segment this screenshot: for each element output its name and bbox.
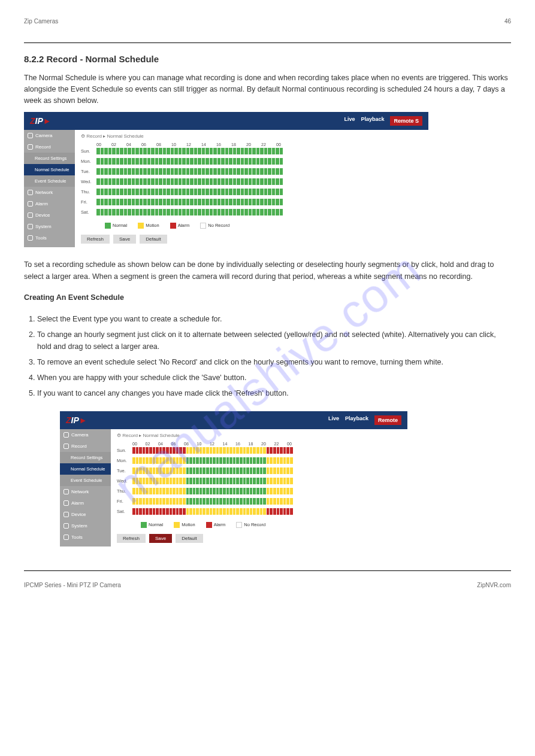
record-icon	[28, 144, 33, 150]
sidebar-item-device[interactable]: Device	[60, 509, 111, 520]
day-row-Sat: Sat.	[117, 508, 401, 515]
legend-norecord-2[interactable]: No Record	[244, 522, 265, 527]
page: Zip Cameras 46 8.2.2 Record - Normal Sch…	[0, 0, 535, 608]
sidebar-item-record[interactable]: Record	[24, 141, 75, 153]
day-row-Mon: Mon.	[117, 457, 401, 464]
schedule-grid-2[interactable]: 00020406081012141618202200 Sun.Mon.Tue.W…	[117, 442, 401, 518]
screenshot-1: ZIP► Live Playback Remote S CameraRecord…	[24, 112, 428, 247]
nav-playback-2[interactable]: Playback	[345, 415, 368, 425]
system-icon	[28, 224, 33, 229]
nav-live[interactable]: Live	[344, 116, 355, 126]
sidebar-item-normal-schedule[interactable]: Normal Schedule	[60, 463, 111, 475]
legend-motion-2[interactable]: Motion	[182, 522, 195, 527]
default-button[interactable]: Default	[140, 235, 167, 244]
swatch-motion-2	[174, 522, 180, 528]
tools-icon	[64, 535, 69, 540]
breadcrumb-2: ⚙ Record ▸ Normal Schedule	[117, 433, 401, 438]
legend: Normal Motion Alarm No Record	[105, 223, 422, 229]
sidebar-2: CameraRecordRecord SettingsNormal Schedu…	[60, 429, 111, 546]
save-button[interactable]: Save	[113, 235, 136, 244]
day-row-Thu: Thu.	[81, 189, 422, 195]
section-title: 8.2.2 Record - Normal Schedule	[24, 54, 511, 64]
sidebar-item-device[interactable]: Device	[24, 210, 75, 221]
legend-alarm-2[interactable]: Alarm	[214, 522, 226, 527]
day-row-Mon: Mon.	[81, 158, 422, 165]
network-icon	[64, 489, 69, 494]
camera-icon	[28, 133, 33, 138]
step-item: To remove an event schedule select 'No R…	[37, 356, 511, 368]
refresh-button-2[interactable]: Refresh	[117, 534, 146, 543]
sidebar-item-camera[interactable]: Camera	[24, 130, 75, 141]
refresh-button[interactable]: Refresh	[81, 235, 110, 244]
top-nav: Live Playback Remote S	[344, 116, 422, 126]
day-row-Tue: Tue.	[81, 168, 422, 175]
system-icon	[64, 523, 69, 529]
step-item: When you are happy with your schedule cl…	[37, 372, 511, 384]
legend-norecord[interactable]: No Record	[208, 223, 229, 228]
sidebar: CameraRecordRecord SettingsNormal Schedu…	[24, 130, 75, 247]
sidebar-item-record-settings[interactable]: Record Settings	[60, 452, 111, 463]
nav-remote[interactable]: Remote S	[390, 116, 422, 126]
footer-rule	[24, 570, 511, 571]
alarm-icon	[64, 500, 69, 506]
save-button-2[interactable]: Save	[149, 534, 172, 543]
sidebar-item-network[interactable]: Network	[60, 486, 111, 497]
header-right: 46	[504, 18, 511, 25]
camera-icon	[64, 432, 69, 438]
network-icon	[28, 190, 33, 195]
button-row-2: Refresh Save Default	[117, 534, 401, 543]
logo-2: ZIP►	[66, 415, 87, 425]
hour-labels-2: 00020406081012141618202200	[132, 442, 401, 446]
header-left: Zip Cameras	[24, 18, 58, 25]
alarm-icon	[28, 201, 33, 207]
sidebar-item-record-settings[interactable]: Record Settings	[24, 153, 75, 164]
sidebar-item-event-schedule[interactable]: Event Schedule	[24, 175, 75, 187]
swatch-normal	[105, 223, 111, 229]
swatch-alarm-2	[206, 522, 212, 528]
header-rule	[24, 42, 511, 43]
sidebar-item-tools[interactable]: Tools	[60, 532, 111, 543]
day-row-Sat: Sat.	[81, 209, 422, 215]
legend-normal[interactable]: Normal	[113, 223, 127, 228]
day-row-Thu: Thu.	[117, 488, 401, 494]
day-row-Wed: Wed.	[81, 178, 422, 185]
day-row-Fri: Fri.	[81, 199, 422, 205]
sidebar-item-system[interactable]: System	[24, 221, 75, 232]
swatch-motion	[138, 223, 144, 229]
nav-playback[interactable]: Playback	[361, 116, 384, 126]
sidebar-item-event-schedule[interactable]: Event Schedule	[60, 475, 111, 486]
sidebar-item-camera[interactable]: Camera	[60, 429, 111, 441]
day-row-Wed: Wed.	[117, 478, 401, 484]
legend-motion[interactable]: Motion	[146, 223, 159, 228]
sidebar-item-tools[interactable]: Tools	[24, 232, 75, 244]
sidebar-item-network[interactable]: Network	[24, 187, 75, 198]
logo: ZIP►	[30, 116, 52, 126]
swatch-normal-2	[141, 522, 147, 528]
device-icon	[28, 212, 33, 218]
sidebar-item-alarm[interactable]: Alarm	[60, 497, 111, 509]
nav-live-2[interactable]: Live	[328, 415, 339, 425]
legend-alarm[interactable]: Alarm	[178, 223, 190, 228]
footer-left: IPCMP Series - Mini PTZ IP Camera	[24, 582, 121, 588]
nav-remote-2[interactable]: Remote	[374, 415, 401, 425]
step-item: Select the Event type you want to create…	[37, 313, 511, 325]
default-button-2[interactable]: Default	[176, 534, 202, 543]
footer-row: IPCMP Series - Mini PTZ IP Camera ZipNVR…	[24, 582, 511, 588]
topbar-2: ZIP► Live Playback Remote	[60, 411, 407, 429]
steps-heading: Creating An Event Schedule	[24, 292, 511, 303]
sidebar-item-normal-schedule[interactable]: Normal Schedule	[24, 164, 75, 175]
legend-normal-2[interactable]: Normal	[149, 522, 163, 527]
paragraph-2: To set a recording schedule as shown bel…	[24, 259, 511, 283]
day-row-Sun: Sun.	[81, 148, 422, 154]
tools-icon	[28, 235, 33, 241]
day-row-Tue: Tue.	[117, 467, 401, 474]
sidebar-item-record[interactable]: Record	[60, 441, 111, 452]
swatch-alarm	[170, 223, 176, 229]
sidebar-item-alarm[interactable]: Alarm	[24, 198, 75, 210]
schedule-grid[interactable]: 00020406081012141618202200 Sun.Mon.Tue.W…	[81, 142, 422, 219]
footer-right: ZipNVR.com	[477, 582, 511, 588]
swatch-norecord	[200, 223, 206, 229]
device-icon	[64, 512, 69, 517]
sidebar-item-system[interactable]: System	[60, 520, 111, 532]
hour-labels: 00020406081012141618202200	[96, 142, 422, 147]
